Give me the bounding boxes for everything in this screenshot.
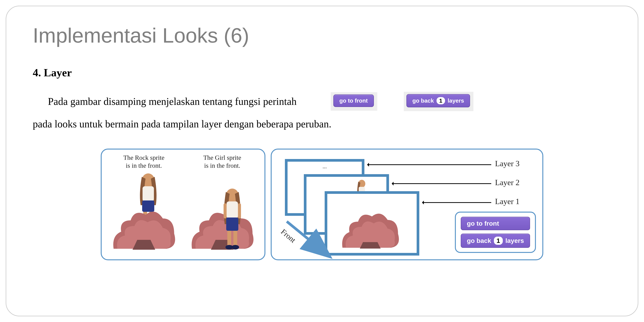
scratch-block-go-back-layers: go back 1 layers [406, 94, 470, 107]
girl-sprite-icon [215, 186, 249, 252]
scratch-block-go-back-layers: go back 1 layers [461, 234, 530, 248]
layer-diagram-panel-right: ... [271, 148, 543, 260]
paragraph-line-2: pada looks untuk bermain pada tampilan l… [33, 113, 611, 135]
svg-rect-8 [226, 202, 238, 218]
example-girl-front: The Girl sprite is in the front. [185, 154, 260, 255]
label-layer-1: Layer 1 [495, 197, 520, 206]
block-text-suffix: layers [506, 237, 524, 244]
layer-blocks-box: go to front go back 1 layers [455, 212, 536, 253]
block-value-pill: 1 [436, 97, 445, 104]
label-layer-2: Layer 2 [495, 178, 520, 187]
label-layer-3: Layer 3 [495, 159, 520, 168]
section-heading: 4. Layer [33, 66, 611, 79]
caption-text: The Rock sprite [123, 154, 164, 161]
caption-text: is in the front. [126, 162, 162, 169]
arrow-to-layer-3 [368, 164, 491, 165]
arrow-to-layer-2 [393, 183, 491, 184]
illustration-row: The Rock sprite is in the front. [33, 148, 611, 260]
slide-frame: Implementasi Looks (6) 4. Layer Pada gam… [6, 6, 638, 316]
svg-rect-15 [238, 203, 241, 218]
example-rock-front: The Rock sprite is in the front. [106, 154, 181, 255]
block-wrap-go-back-layers: go back 1 layers [404, 92, 474, 111]
inline-blocks-group: go to front go back 1 layers [331, 92, 474, 111]
layer-card-1 [325, 191, 419, 256]
paragraph-line-1: Pada gambar disamping menjelaskan tentan… [33, 90, 297, 113]
caption-girl-front: The Girl sprite is in the front. [203, 154, 241, 170]
caption-rock-front: The Rock sprite is in the front. [123, 154, 164, 170]
scratch-block-go-to-front: go to front [333, 94, 374, 107]
paragraph-row-1: Pada gambar disamping menjelaskan tentan… [33, 90, 611, 113]
svg-rect-14 [224, 203, 226, 218]
svg-rect-11 [234, 231, 237, 246]
arrow-to-layer-1 [423, 202, 491, 203]
scratch-block-go-to-front: go to front [461, 217, 530, 230]
svg-rect-1 [142, 186, 154, 202]
block-value-pill: 1 [494, 237, 503, 245]
block-wrap-go-to-front: go to front [331, 92, 377, 111]
sprite-scene-girl-front [185, 172, 260, 255]
block-text-prefix: go back [467, 237, 491, 244]
block-text-prefix: go back [412, 98, 434, 104]
block-text-suffix: layers [448, 98, 464, 104]
svg-point-13 [232, 245, 239, 250]
sprite-scene-rock-front [106, 172, 181, 255]
layer-example-panel-left: The Rock sprite is in the front. [101, 148, 266, 260]
svg-rect-10 [227, 231, 231, 246]
caption-text: is in the front. [204, 162, 240, 169]
layer-3-dots: ... [288, 163, 362, 170]
svg-rect-9 [226, 218, 238, 231]
caption-text: The Girl sprite [203, 154, 241, 161]
rock-sprite-icon [110, 203, 178, 253]
slide-title: Implementasi Looks (6) [33, 23, 611, 47]
rock-sprite-icon [327, 194, 417, 253]
